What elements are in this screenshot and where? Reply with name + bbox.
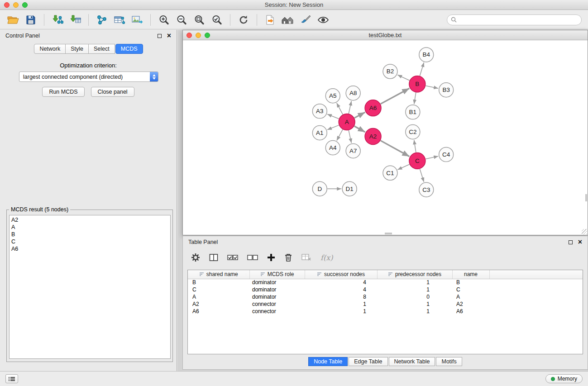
- table-cell[interactable]: C: [188, 286, 249, 293]
- table-settings-button[interactable]: [191, 251, 200, 264]
- tab-select[interactable]: Select: [88, 44, 115, 54]
- table-cell[interactable]: dominator: [249, 293, 305, 300]
- delete-column-button[interactable]: [284, 251, 292, 264]
- edge-C-C4[interactable]: [425, 156, 438, 159]
- tab-edge-table[interactable]: Edge Table: [349, 357, 387, 366]
- table-cell[interactable]: A6: [452, 308, 489, 315]
- new-network-button[interactable]: [94, 12, 110, 28]
- table-cell[interactable]: B: [188, 279, 249, 286]
- table-row[interactable]: Adominator80A: [188, 293, 583, 300]
- resize-handle[interactable]: [582, 229, 587, 234]
- mcds-result-item[interactable]: A: [11, 224, 168, 231]
- table-cell[interactable]: connector: [249, 308, 305, 315]
- edge-A-A6[interactable]: [354, 112, 365, 118]
- import-table-button[interactable]: [67, 12, 83, 28]
- table-cell[interactable]: connector: [249, 300, 305, 308]
- open-document-button[interactable]: [263, 12, 278, 28]
- network-view[interactable]: A1A3A4A5A7A8B1B2B3B4C1C2C3C4DD1AA2A6BC: [183, 40, 588, 235]
- table-cell[interactable]: A: [452, 293, 489, 300]
- show-columns-button[interactable]: [209, 251, 218, 264]
- delete-table-button[interactable]: [301, 251, 311, 264]
- task-history-button[interactable]: [5, 374, 18, 383]
- show-hide-button[interactable]: [316, 12, 331, 28]
- table-cell[interactable]: 4: [305, 286, 377, 293]
- column-header-predecessor-nodes[interactable]: predecessor nodes: [377, 270, 452, 279]
- column-header-mcds-role[interactable]: MCDS role: [249, 270, 305, 279]
- open-session-button[interactable]: [5, 12, 21, 28]
- edge-C-C1[interactable]: [397, 164, 409, 170]
- table-cell[interactable]: A2: [188, 300, 249, 308]
- edge-A-A1[interactable]: [327, 125, 339, 130]
- tab-node-table[interactable]: Node Table: [308, 357, 348, 366]
- search-input[interactable]: [459, 17, 578, 23]
- table-cell[interactable]: dominator: [249, 286, 305, 293]
- table-cell[interactable]: A2: [452, 300, 489, 308]
- tab-network[interactable]: Network: [34, 44, 66, 54]
- table-row[interactable]: Cdominator41C: [188, 286, 583, 293]
- float-panel-icon[interactable]: [158, 34, 162, 38]
- close-network-window-button[interactable]: [186, 33, 192, 38]
- edge-B-B3[interactable]: [425, 86, 438, 89]
- float-table-panel-icon[interactable]: [569, 240, 573, 244]
- function-builder-button[interactable]: f(x): [320, 251, 333, 264]
- edge-B-B1[interactable]: [414, 92, 416, 104]
- mcds-result-item[interactable]: A6: [11, 245, 168, 253]
- close-window-button[interactable]: [4, 2, 10, 8]
- table-cell[interactable]: dominator: [249, 279, 305, 286]
- edge-C-C3[interactable]: [420, 169, 424, 182]
- close-table-panel-icon[interactable]: ×: [578, 239, 582, 245]
- table-row[interactable]: Bdominator41B: [188, 279, 583, 286]
- edge-C-C2[interactable]: [414, 140, 416, 152]
- table-cell[interactable]: A6: [188, 308, 249, 315]
- table-cell[interactable]: 1: [305, 300, 377, 308]
- table-cell[interactable]: 8: [305, 293, 377, 300]
- tab-network-table[interactable]: Network Table: [389, 357, 435, 366]
- mcds-result-item[interactable]: B: [11, 231, 168, 238]
- edge-A6-B[interactable]: [381, 88, 410, 104]
- table-cell[interactable]: 1: [377, 300, 452, 308]
- zoom-fit-button[interactable]: [191, 12, 207, 28]
- table-row[interactable]: A6connector11A6: [188, 308, 583, 315]
- horizontal-scrollbar[interactable]: [385, 233, 392, 234]
- minimize-network-window-button[interactable]: [196, 33, 201, 38]
- export-image-button[interactable]: [129, 12, 145, 28]
- minimize-window-button[interactable]: [13, 2, 19, 8]
- table-cell[interactable]: B: [452, 279, 489, 286]
- tab-mcds[interactable]: MCDS: [115, 44, 143, 54]
- edge-A-A2[interactable]: [354, 126, 365, 132]
- criterion-dropdown[interactable]: largest connected component (directed): [19, 71, 158, 82]
- network-window-titlebar[interactable]: testGlobe.txt: [183, 30, 588, 40]
- table-cell[interactable]: 4: [305, 279, 377, 286]
- table-cell[interactable]: A: [188, 293, 249, 300]
- zoom-selected-button[interactable]: [209, 12, 225, 28]
- deselect-all-button[interactable]: [247, 251, 258, 264]
- add-column-button[interactable]: [267, 251, 275, 264]
- mcds-result-item[interactable]: C: [11, 238, 168, 245]
- refresh-button[interactable]: [236, 12, 251, 28]
- edge-B-B2[interactable]: [397, 75, 409, 80]
- home-button[interactable]: [280, 12, 296, 28]
- edge-A-A8[interactable]: [349, 101, 351, 114]
- table-cell[interactable]: 1: [377, 279, 452, 286]
- edge-A2-C[interactable]: [381, 141, 410, 157]
- vertical-scrollbar[interactable]: [585, 194, 587, 201]
- mcds-result-item[interactable]: A2: [11, 216, 168, 224]
- run-mcds-button[interactable]: Run MCDS: [42, 87, 84, 97]
- table-row[interactable]: A2connector11A2: [188, 300, 583, 308]
- table-cell[interactable]: 1: [377, 308, 452, 315]
- save-session-button[interactable]: [23, 12, 38, 28]
- edge-A-A3[interactable]: [327, 114, 339, 119]
- zoom-window-button[interactable]: [22, 2, 28, 8]
- mcds-result-list[interactable]: A2ABCA6: [9, 215, 171, 359]
- zoom-network-window-button[interactable]: [205, 33, 210, 38]
- close-panel-icon[interactable]: ×: [167, 33, 171, 38]
- table-cell[interactable]: 1: [377, 286, 452, 293]
- edge-A-A7[interactable]: [349, 130, 351, 143]
- table-cell[interactable]: 1: [305, 308, 377, 315]
- zoom-in-button[interactable]: [156, 12, 172, 28]
- table-cell[interactable]: C: [452, 286, 489, 293]
- column-header-successor-nodes[interactable]: successor nodes: [305, 270, 377, 279]
- table-cell[interactable]: 0: [377, 293, 452, 300]
- column-header-shared-name[interactable]: shared name: [188, 270, 249, 279]
- edge-A-A5[interactable]: [337, 103, 343, 114]
